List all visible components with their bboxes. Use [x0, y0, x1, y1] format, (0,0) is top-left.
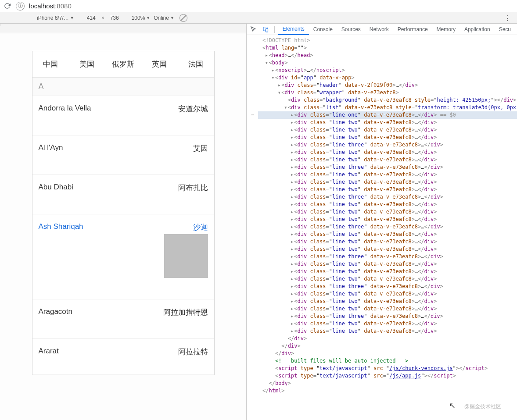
country-tab-4[interactable]: 法国 [178, 51, 214, 77]
site-info-icon[interactable]: ⓘ [16, 2, 25, 11]
country-tab-3[interactable]: 英国 [141, 51, 178, 77]
dom-line[interactable]: ▾<div id="app" data-v-app> [258, 74, 517, 82]
dom-line[interactable]: </body> [258, 380, 517, 387]
dom-line[interactable]: ▸<div class="line two" data-v-e73eafc8>…… [258, 119, 517, 126]
dom-line[interactable]: </div> [258, 335, 517, 342]
inspect-element-button[interactable] [248, 24, 258, 35]
dom-line[interactable]: </div> [258, 342, 517, 350]
dom-line[interactable]: <!-- built files will be auto injected -… [258, 357, 517, 365]
dom-line[interactable]: ▸<div class="line two" data-v-e73eafc8>…… [258, 260, 517, 268]
dom-line[interactable]: ▸<div class="line two" data-v-e73eafc8>…… [258, 305, 517, 313]
city-name-en: Aragacotn [39, 307, 73, 316]
dom-line[interactable]: ▸<head>…</head> [258, 52, 517, 59]
orientation-icon[interactable] [180, 14, 187, 22]
city-name-cn: 艾因 [193, 143, 208, 153]
dom-line[interactable]: ▸<div class="line two" data-v-e73eafc8>…… [258, 178, 517, 186]
devtools-tabbar: ElementsConsoleSourcesNetworkPerformance… [247, 24, 517, 35]
dom-line[interactable]: ▾<div class="list" data-v-e73eafc8 style… [258, 104, 517, 111]
dom-line[interactable]: ▸<div class="line two" data-v-e73eafc8>…… [258, 327, 517, 335]
city-row[interactable]: Ash Shariqah沙迦 [32, 214, 214, 299]
dom-line[interactable]: ▸<div class="line two" data-v-e73eafc8>…… [258, 186, 517, 193]
country-tabs: 中国美国俄罗斯英国法国 [32, 51, 214, 78]
dom-line[interactable]: ▸<div class="line two" data-v-e73eafc8>…… [258, 246, 517, 253]
city-row[interactable]: Abu Dhabi阿布扎比 [32, 175, 214, 214]
dom-line[interactable]: <script type="text/javascript" src="/js/… [258, 365, 517, 372]
dom-line[interactable]: ▸<div class="line two" data-v-e73eafc8>…… [258, 216, 517, 223]
reload-button[interactable] [3, 2, 11, 11]
dom-line[interactable]: ▸<div class="line two" data-v-e73eafc8>…… [258, 156, 517, 164]
city-row[interactable]: Al l'Ayn艾因 [32, 135, 214, 175]
city-row[interactable]: Ararat阿拉拉特 [32, 339, 214, 375]
dom-line[interactable]: ▾<div class="wrapper" data-v-e73eafc8> [258, 89, 517, 96]
dom-line[interactable]: ▸<div class="line two" data-v-e73eafc8>…… [258, 268, 517, 275]
city-row[interactable]: Aragacotn阿拉加措特恩 [32, 299, 214, 339]
devtools-tab-network[interactable]: Network [365, 24, 393, 35]
url-text[interactable]: localhost:8080 [29, 2, 72, 10]
city-image-placeholder [164, 234, 208, 278]
city-name-cn: 沙迦 [164, 222, 208, 232]
dom-tree[interactable]: <!DOCTYPE html> <html lang=""> ▸<head>…<… [258, 37, 517, 418]
dom-line[interactable]: ▸<div class="line two" data-v-e73eafc8>…… [258, 171, 517, 178]
dom-line[interactable]: ▸<div class="line three" data-v-e73eafc8… [258, 193, 517, 201]
zoom-select[interactable]: 100%▼ [130, 15, 152, 21]
viewport-width[interactable]: 414 [84, 15, 99, 21]
browser-address-bar: ⓘ localhost:8080 [0, 0, 517, 12]
device-screen[interactable]: 中国美国俄罗斯英国法国 A Andorra la Vella安道尔城Al l'A… [32, 51, 215, 375]
dom-line[interactable]: <script type="text/javascript" src="/js/… [258, 372, 517, 380]
city-name-cn: 安道尔城 [178, 104, 208, 114]
dom-line[interactable]: ▸<div class="line two" data-v-e73eafc8>…… [258, 298, 517, 305]
more-options-button[interactable]: ⋮ [498, 14, 517, 22]
city-name-en: Abu Dhabi [39, 183, 73, 192]
viewport-dimensions: 414 × 736 [84, 15, 122, 21]
city-name-cn: 阿拉加措特恩 [163, 307, 208, 317]
city-row[interactable]: Andorra la Vella安道尔城 [32, 96, 214, 135]
devtools-tab-elements[interactable]: Elements [278, 24, 309, 35]
dom-line[interactable]: ▸<div class="line two" data-v-e73eafc8>…… [258, 149, 517, 156]
dom-line[interactable]: ▸<div class="line three" data-v-e73eafc8… [258, 141, 517, 149]
dom-line[interactable]: ▸<div class="header" data-v-2f029f00>…</… [258, 82, 517, 89]
dom-line[interactable]: ▸<div class="line three" data-v-e73eafc8… [258, 283, 517, 290]
city-name-en: Andorra la Vella [39, 104, 91, 113]
dom-line[interactable]: </html> [258, 387, 517, 395]
dom-line[interactable]: <!DOCTYPE html> [258, 37, 517, 44]
city-name-en: Ararat [39, 347, 59, 356]
country-tab-1[interactable]: 美国 [68, 51, 105, 77]
devtools-tab-performance[interactable]: Performance [393, 24, 432, 35]
viewport-height[interactable]: 736 [107, 15, 122, 21]
devtools-tab-memory[interactable]: Memory [432, 24, 460, 35]
dom-line[interactable]: ▸<div class="line two" data-v-e73eafc8>…… [258, 208, 517, 216]
city-name-cn: 阿拉拉特 [178, 347, 208, 357]
dom-line[interactable]: ▸<div class="line two" data-v-e73eafc8>…… [258, 290, 517, 298]
toggle-device-toolbar-button[interactable] [260, 24, 270, 35]
device-select[interactable]: iPhone 6/7/…▼ [35, 15, 76, 21]
svg-rect-1 [266, 28, 268, 32]
dom-line[interactable]: ▸<div class="line two" data-v-e73eafc8>…… [258, 238, 517, 246]
country-tab-2[interactable]: 俄罗斯 [105, 51, 141, 77]
dom-line[interactable]: ▸<noscript>…</noscript> [258, 67, 517, 74]
country-tab-0[interactable]: 中国 [32, 51, 69, 77]
dom-line[interactable]: <html lang=""> [258, 44, 517, 52]
devtools-tab-console[interactable]: Console [309, 24, 337, 35]
dom-line[interactable]: ▸<div class="line two" data-v-e73eafc8>…… [258, 320, 517, 327]
dom-line[interactable]: ▸<div class="line three" data-v-e73eafc8… [258, 164, 517, 171]
dom-line[interactable]: ▸<div class="line three" data-v-e73eafc8… [258, 223, 517, 231]
network-select[interactable]: Online▼ [152, 15, 176, 21]
dom-line[interactable]: <div class="background" data-v-e73eafc8 … [258, 96, 517, 104]
dom-line[interactable]: ▸<div class="line one" data-v-e73eafc8>…… [258, 111, 517, 119]
dom-line[interactable]: ▸<div class="line two" data-v-e73eafc8>…… [258, 126, 517, 134]
dom-line[interactable]: </div> [258, 350, 517, 357]
devtools-tab-secu[interactable]: Secu [495, 24, 515, 35]
device-viewport: 中国美国俄罗斯英国法国 A Andorra la Vella安道尔城Al l'A… [0, 24, 247, 420]
dom-line[interactable]: ▸<div class="line two" data-v-e73eafc8>…… [258, 231, 517, 238]
section-header: A [32, 78, 214, 96]
dom-line[interactable]: ▸<div class="line two" data-v-e73eafc8>…… [258, 275, 517, 283]
dom-line[interactable]: ▸<div class="line three" data-v-e73eafc8… [258, 313, 517, 320]
dom-line[interactable]: ▸<div class="line two" data-v-e73eafc8>…… [258, 201, 517, 208]
viewport-ruler [0, 24, 246, 33]
dom-line[interactable]: ▾<body> [258, 59, 517, 67]
devtools-tab-sources[interactable]: Sources [337, 24, 365, 35]
devtools-tab-application[interactable]: Application [460, 24, 495, 35]
dom-line[interactable]: ▸<div class="line three" data-v-e73eafc8… [258, 253, 517, 260]
city-name-en: Al l'Ayn [39, 143, 63, 152]
dom-line[interactable]: ▸<div class="line two" data-v-e73eafc8>…… [258, 134, 517, 141]
